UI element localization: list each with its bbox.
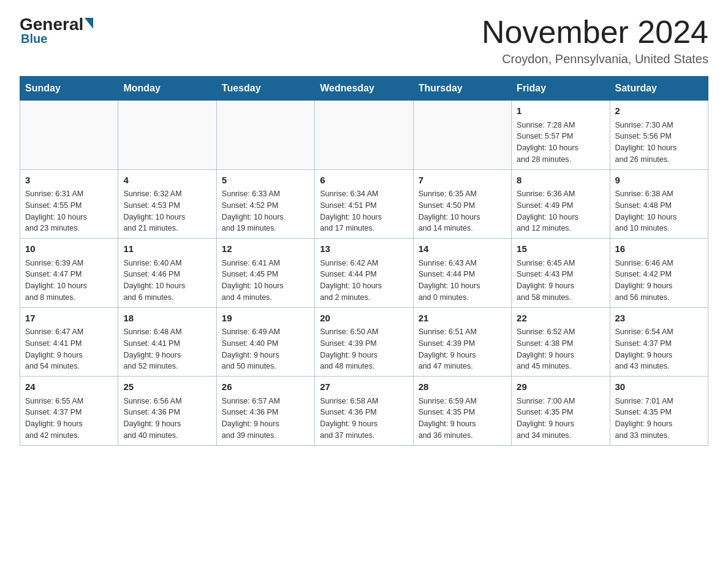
day-number: 11	[123, 242, 211, 256]
day-number: 4	[123, 174, 211, 188]
week-row-3: 10Sunrise: 6:39 AM Sunset: 4:47 PM Dayli…	[20, 239, 708, 308]
day-info: Sunrise: 6:56 AM Sunset: 4:36 PM Dayligh…	[123, 396, 211, 442]
calendar-cell: 12Sunrise: 6:41 AM Sunset: 4:45 PM Dayli…	[216, 239, 314, 308]
calendar-cell: 2Sunrise: 7:30 AM Sunset: 5:56 PM Daylig…	[610, 101, 708, 170]
calendar-cell: 28Sunrise: 6:59 AM Sunset: 4:35 PM Dayli…	[413, 377, 511, 446]
day-number: 20	[320, 312, 408, 326]
weekday-header-sunday: Sunday	[20, 77, 118, 101]
weekday-header-wednesday: Wednesday	[315, 77, 413, 101]
calendar-table: SundayMondayTuesdayWednesdayThursdayFrid…	[20, 76, 708, 446]
day-info: Sunrise: 6:31 AM Sunset: 4:55 PM Dayligh…	[25, 188, 113, 234]
calendar-cell: 21Sunrise: 6:51 AM Sunset: 4:39 PM Dayli…	[413, 307, 511, 377]
calendar-cell: 19Sunrise: 6:49 AM Sunset: 4:40 PM Dayli…	[216, 307, 314, 377]
calendar-cell: 7Sunrise: 6:35 AM Sunset: 4:50 PM Daylig…	[413, 169, 511, 239]
day-info: Sunrise: 7:01 AM Sunset: 4:35 PM Dayligh…	[615, 396, 703, 442]
day-info: Sunrise: 6:49 AM Sunset: 4:40 PM Dayligh…	[222, 326, 309, 372]
calendar-cell: 20Sunrise: 6:50 AM Sunset: 4:39 PM Dayli…	[315, 307, 413, 377]
calendar-cell: 29Sunrise: 7:00 AM Sunset: 4:35 PM Dayli…	[512, 377, 610, 446]
header: General Blue November 2024 Croydon, Penn…	[20, 15, 708, 66]
calendar-cell: 9Sunrise: 6:38 AM Sunset: 4:48 PM Daylig…	[610, 169, 708, 239]
day-info: Sunrise: 6:47 AM Sunset: 4:41 PM Dayligh…	[25, 326, 113, 372]
day-number: 18	[123, 312, 211, 326]
day-number: 26	[222, 380, 309, 394]
day-info: Sunrise: 6:46 AM Sunset: 4:42 PM Dayligh…	[615, 258, 703, 304]
logo: General Blue	[20, 15, 93, 46]
day-info: Sunrise: 6:59 AM Sunset: 4:35 PM Dayligh…	[419, 396, 506, 442]
calendar-cell: 26Sunrise: 6:57 AM Sunset: 4:36 PM Dayli…	[216, 377, 314, 446]
day-info: Sunrise: 7:28 AM Sunset: 5:57 PM Dayligh…	[517, 120, 604, 166]
calendar-cell: 4Sunrise: 6:32 AM Sunset: 4:53 PM Daylig…	[118, 169, 216, 239]
day-info: Sunrise: 6:45 AM Sunset: 4:43 PM Dayligh…	[517, 258, 604, 304]
calendar-cell: 5Sunrise: 6:33 AM Sunset: 4:52 PM Daylig…	[216, 169, 314, 239]
calendar-cell: 10Sunrise: 6:39 AM Sunset: 4:47 PM Dayli…	[20, 239, 118, 308]
day-info: Sunrise: 6:39 AM Sunset: 4:47 PM Dayligh…	[25, 258, 113, 304]
calendar-cell: 24Sunrise: 6:55 AM Sunset: 4:37 PM Dayli…	[20, 377, 118, 446]
calendar-cell: 1Sunrise: 7:28 AM Sunset: 5:57 PM Daylig…	[512, 101, 610, 170]
day-number: 22	[517, 312, 604, 326]
calendar-cell	[315, 101, 413, 170]
weekday-header-saturday: Saturday	[610, 77, 708, 101]
weekday-header-thursday: Thursday	[413, 77, 511, 101]
day-info: Sunrise: 6:50 AM Sunset: 4:39 PM Dayligh…	[320, 326, 408, 372]
calendar-cell: 3Sunrise: 6:31 AM Sunset: 4:55 PM Daylig…	[20, 169, 118, 239]
calendar-cell: 25Sunrise: 6:56 AM Sunset: 4:36 PM Dayli…	[118, 377, 216, 446]
day-info: Sunrise: 6:57 AM Sunset: 4:36 PM Dayligh…	[222, 396, 309, 442]
logo-arrow-icon	[85, 18, 93, 29]
day-info: Sunrise: 6:32 AM Sunset: 4:53 PM Dayligh…	[123, 188, 211, 234]
day-number: 29	[517, 380, 604, 394]
day-info: Sunrise: 6:42 AM Sunset: 4:44 PM Dayligh…	[320, 258, 408, 304]
day-number: 10	[25, 242, 113, 256]
day-number: 30	[615, 380, 703, 394]
calendar-cell: 13Sunrise: 6:42 AM Sunset: 4:44 PM Dayli…	[315, 239, 413, 308]
day-number: 8	[517, 174, 604, 188]
calendar-cell	[118, 101, 216, 170]
day-info: Sunrise: 6:33 AM Sunset: 4:52 PM Dayligh…	[222, 188, 309, 234]
day-number: 23	[615, 312, 703, 326]
day-info: Sunrise: 7:00 AM Sunset: 4:35 PM Dayligh…	[517, 396, 604, 442]
weekday-header-tuesday: Tuesday	[216, 77, 314, 101]
day-number: 17	[25, 312, 113, 326]
day-number: 27	[320, 380, 408, 394]
weekday-header-monday: Monday	[118, 77, 216, 101]
day-info: Sunrise: 6:55 AM Sunset: 4:37 PM Dayligh…	[25, 396, 113, 442]
day-number: 16	[615, 242, 703, 256]
day-info: Sunrise: 6:35 AM Sunset: 4:50 PM Dayligh…	[419, 188, 506, 234]
day-number: 3	[25, 174, 113, 188]
calendar-cell	[20, 101, 118, 170]
calendar-cell	[413, 101, 511, 170]
day-info: Sunrise: 6:54 AM Sunset: 4:37 PM Dayligh…	[615, 326, 703, 372]
day-number: 21	[419, 312, 506, 326]
day-number: 2	[615, 104, 703, 118]
day-number: 1	[517, 104, 604, 118]
day-info: Sunrise: 6:36 AM Sunset: 4:49 PM Dayligh…	[517, 188, 604, 234]
week-row-1: 1Sunrise: 7:28 AM Sunset: 5:57 PM Daylig…	[20, 101, 708, 170]
calendar-cell: 14Sunrise: 6:43 AM Sunset: 4:44 PM Dayli…	[413, 239, 511, 308]
title-area: November 2024 Croydon, Pennsylvania, Uni…	[482, 15, 708, 66]
calendar-cell: 8Sunrise: 6:36 AM Sunset: 4:49 PM Daylig…	[512, 169, 610, 239]
calendar-cell: 6Sunrise: 6:34 AM Sunset: 4:51 PM Daylig…	[315, 169, 413, 239]
week-row-4: 17Sunrise: 6:47 AM Sunset: 4:41 PM Dayli…	[20, 307, 708, 377]
day-info: Sunrise: 6:43 AM Sunset: 4:44 PM Dayligh…	[419, 258, 506, 304]
calendar-cell: 18Sunrise: 6:48 AM Sunset: 4:41 PM Dayli…	[118, 307, 216, 377]
calendar-cell: 30Sunrise: 7:01 AM Sunset: 4:35 PM Dayli…	[610, 377, 708, 446]
calendar-cell	[216, 101, 314, 170]
day-info: Sunrise: 6:41 AM Sunset: 4:45 PM Dayligh…	[222, 258, 309, 304]
month-title: November 2024	[482, 15, 708, 50]
calendar-cell: 22Sunrise: 6:52 AM Sunset: 4:38 PM Dayli…	[512, 307, 610, 377]
day-info: Sunrise: 6:38 AM Sunset: 4:48 PM Dayligh…	[615, 188, 703, 234]
calendar-cell: 16Sunrise: 6:46 AM Sunset: 4:42 PM Dayli…	[610, 239, 708, 308]
day-number: 25	[123, 380, 211, 394]
day-info: Sunrise: 6:34 AM Sunset: 4:51 PM Dayligh…	[320, 188, 408, 234]
calendar-cell: 11Sunrise: 6:40 AM Sunset: 4:46 PM Dayli…	[118, 239, 216, 308]
day-number: 9	[615, 174, 703, 188]
day-number: 14	[419, 242, 506, 256]
day-number: 6	[320, 174, 408, 188]
calendar-cell: 15Sunrise: 6:45 AM Sunset: 4:43 PM Dayli…	[512, 239, 610, 308]
day-info: Sunrise: 6:48 AM Sunset: 4:41 PM Dayligh…	[123, 326, 211, 372]
logo-blue: Blue	[21, 32, 47, 46]
day-info: Sunrise: 6:52 AM Sunset: 4:38 PM Dayligh…	[517, 326, 604, 372]
day-number: 13	[320, 242, 408, 256]
week-row-2: 3Sunrise: 6:31 AM Sunset: 4:55 PM Daylig…	[20, 169, 708, 239]
day-number: 7	[419, 174, 506, 188]
day-info: Sunrise: 6:58 AM Sunset: 4:36 PM Dayligh…	[320, 396, 408, 442]
